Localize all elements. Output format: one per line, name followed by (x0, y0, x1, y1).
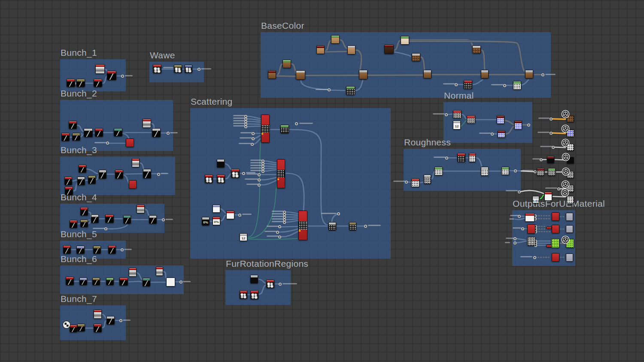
port-dot[interactable] (121, 248, 124, 251)
port-dot[interactable] (552, 146, 555, 149)
port-dot[interactable] (364, 225, 367, 228)
node-blob[interactable] (231, 169, 240, 178)
node-streak[interactable] (79, 165, 86, 173)
node-noiseBrown[interactable] (412, 53, 420, 61)
node-streak[interactable] (72, 133, 80, 141)
port-dot[interactable] (557, 187, 560, 190)
node-metal[interactable] (156, 267, 163, 276)
port-dot[interactable] (157, 173, 160, 176)
node-noiseB[interactable] (457, 153, 465, 162)
port-dot[interactable] (541, 73, 544, 76)
node-streak[interactable] (105, 214, 114, 223)
port-dot[interactable] (252, 132, 255, 135)
node-tan[interactable] (331, 35, 340, 44)
port-dot[interactable] (258, 178, 261, 181)
node-redsolid[interactable] (552, 253, 559, 262)
node-streak[interactable] (69, 121, 77, 129)
port-dot[interactable] (121, 75, 124, 78)
node-black[interactable] (547, 156, 554, 163)
node-grayout[interactable] (566, 253, 573, 262)
port-dot[interactable] (278, 235, 281, 238)
port-dot[interactable] (540, 158, 543, 161)
port-dot[interactable] (179, 281, 182, 284)
node-streak[interactable] (88, 175, 96, 184)
node-white[interactable] (525, 213, 535, 222)
port-dot[interactable] (276, 231, 279, 234)
node-fx[interactable] (261, 115, 270, 143)
node-redsolid[interactable] (126, 139, 134, 147)
node-blob[interactable] (205, 175, 213, 183)
group-frame-bunch_2[interactable] (60, 100, 173, 151)
node-streak[interactable] (149, 215, 157, 224)
port-dot[interactable] (197, 68, 200, 71)
node-streak[interactable] (106, 316, 115, 325)
node-streak[interactable] (94, 324, 102, 332)
node-noiseG[interactable] (537, 168, 544, 176)
port-dot[interactable] (106, 142, 109, 145)
node-tan[interactable] (347, 45, 355, 54)
port-dot[interactable] (252, 137, 255, 140)
node-redsolid[interactable] (129, 180, 137, 189)
port-dot[interactable] (104, 227, 107, 230)
node-streak[interactable] (91, 214, 99, 223)
port-dot[interactable] (119, 319, 122, 322)
node-noiseB[interactable] (349, 222, 356, 230)
port-dot[interactable] (503, 84, 506, 87)
node-blob[interactable] (217, 175, 225, 183)
node-redsolid[interactable] (546, 226, 552, 229)
node-streak[interactable] (93, 246, 101, 254)
node-noiseG[interactable] (453, 110, 462, 118)
node-streak[interactable] (64, 177, 72, 185)
node-blob[interactable] (174, 65, 182, 73)
node-noiseW[interactable] (501, 167, 509, 175)
node-white[interactable]: 12 (240, 233, 247, 241)
node-white[interactable]: 0.01 (532, 196, 539, 203)
node-streak[interactable] (67, 79, 75, 87)
node-streak[interactable] (70, 220, 77, 228)
node-white[interactable]: 0% (213, 217, 220, 225)
port-dot[interactable] (550, 132, 553, 135)
node-darkbrown[interactable] (384, 45, 394, 54)
node-redsolid[interactable] (552, 212, 559, 221)
node-brown[interactable] (296, 70, 305, 80)
port-dot[interactable] (279, 283, 282, 286)
node-streak[interactable] (143, 278, 150, 287)
node-purple[interactable] (497, 115, 504, 124)
port-dot[interactable] (445, 113, 448, 116)
node-metal[interactable] (95, 64, 105, 74)
port-dot[interactable] (445, 157, 448, 160)
port-dot[interactable] (283, 221, 286, 224)
node-streak[interactable] (99, 170, 106, 179)
node-noiseG[interactable] (424, 175, 431, 184)
port-dot[interactable] (513, 241, 516, 244)
node-streak[interactable] (114, 128, 122, 136)
node-brown[interactable] (359, 70, 368, 79)
node-noiseB[interactable] (280, 125, 289, 133)
group-frame-scattering[interactable] (190, 108, 391, 259)
node-noiseG[interactable] (467, 115, 475, 124)
node-streak[interactable] (77, 324, 85, 332)
node-streak[interactable] (61, 133, 70, 141)
node-blob[interactable] (153, 64, 161, 73)
port-dot[interactable] (337, 212, 340, 215)
node-metal[interactable] (132, 158, 140, 167)
port-dot[interactable] (167, 132, 170, 135)
node-white[interactable] (544, 192, 552, 201)
port-dot[interactable] (261, 170, 264, 173)
node-brown[interactable] (268, 70, 276, 79)
port-dot[interactable] (162, 218, 165, 221)
node-limegreen[interactable] (551, 238, 559, 248)
node-purple[interactable] (498, 130, 505, 138)
node-white[interactable] (213, 205, 220, 213)
node-noiseW[interactable] (481, 167, 489, 176)
node-black[interactable] (250, 275, 258, 284)
node-redsolid[interactable] (527, 224, 535, 234)
node-streak[interactable] (108, 245, 116, 254)
node-streak[interactable] (80, 220, 88, 227)
node-streak[interactable] (84, 128, 93, 137)
node-blob[interactable] (266, 280, 274, 288)
port-dot[interactable] (534, 170, 537, 173)
node-streak[interactable] (92, 278, 100, 285)
node-grayout[interactable] (566, 213, 573, 221)
node-noiseW[interactable] (513, 81, 521, 90)
